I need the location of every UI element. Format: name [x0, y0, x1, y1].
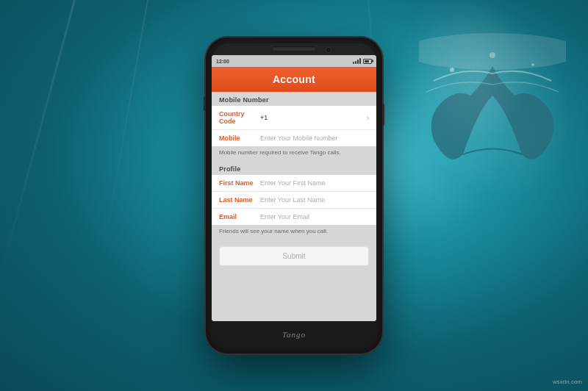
first-name-label: First Name — [219, 179, 260, 187]
section-profile-header: Profile — [212, 161, 376, 175]
battery-fill — [365, 60, 369, 62]
country-code-label: Country Code — [219, 110, 260, 125]
light-ray — [0, 0, 76, 284]
svg-point-2 — [531, 63, 534, 66]
speaker — [272, 46, 316, 51]
email-label: Email — [219, 213, 260, 220]
app-content: Mobile Number Country Code +1 › Mobile E… — [212, 92, 376, 321]
mobile-label: Mobile — [219, 134, 260, 142]
status-time: 12:00 — [216, 59, 229, 64]
phone-device: 12:00 Account — [206, 37, 382, 354]
svg-point-1 — [450, 68, 454, 72]
battery-icon — [363, 59, 372, 64]
email-row[interactable]: Email Enter Your Email — [212, 209, 376, 225]
mobile-helper-text: Mobile number required to receive Tango … — [212, 146, 376, 161]
power-button — [382, 104, 384, 126]
signal-icon — [353, 58, 361, 64]
svg-point-3 — [490, 52, 495, 58]
section-mobile-number-header: Mobile Number — [212, 92, 376, 106]
mobile-number-card: Country Code +1 › Mobile Enter Your Mobi… — [212, 106, 376, 146]
status-bar: 12:00 — [212, 55, 376, 67]
mobile-input[interactable]: Enter Your Mobile Number — [260, 134, 369, 142]
volume-button — [204, 96, 206, 111]
email-input[interactable]: Enter Your Email — [260, 213, 369, 220]
svg-point-0 — [419, 33, 566, 70]
whale-tail-decoration — [419, 22, 566, 206]
last-name-row[interactable]: Last Name Enter Your Last Name — [212, 192, 376, 209]
profile-helper-text: Friends will see your name when you call… — [212, 225, 376, 240]
submit-area: Submit — [212, 240, 376, 272]
light-ray — [102, 0, 148, 254]
first-name-row[interactable]: First Name Enter Your First Name — [212, 175, 376, 192]
phone-brand-label: Tango — [282, 330, 306, 339]
first-name-input[interactable]: Enter Your First Name — [260, 179, 369, 187]
app-title: Account — [273, 73, 315, 85]
mobile-row[interactable]: Mobile Enter Your Mobile Number — [212, 130, 376, 146]
phone-bottom: Tango — [212, 321, 376, 348]
phone-body: 12:00 Account — [206, 37, 382, 354]
last-name-input[interactable]: Enter Your Last Name — [260, 196, 369, 204]
camera — [326, 48, 331, 52]
profile-card: First Name Enter Your First Name Last Na… — [212, 175, 376, 225]
app-header: Account — [212, 67, 376, 92]
submit-button[interactable]: Submit — [219, 246, 369, 266]
phone-screen: 12:00 Account — [212, 55, 376, 321]
last-name-label: Last Name — [219, 196, 260, 204]
chevron-right-icon: › — [367, 114, 369, 122]
country-code-row[interactable]: Country Code +1 › — [212, 106, 376, 130]
country-code-value: +1 — [260, 114, 268, 121]
watermark: wsxdn.com — [553, 379, 582, 385]
status-icons — [353, 58, 372, 64]
